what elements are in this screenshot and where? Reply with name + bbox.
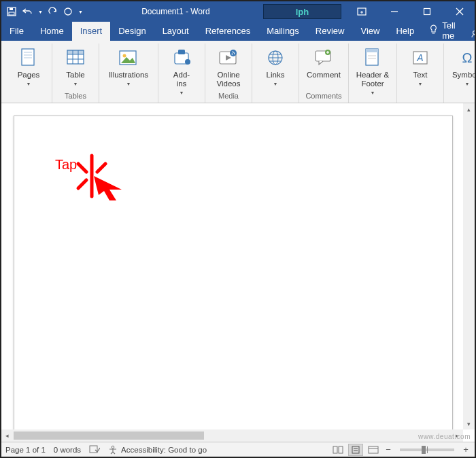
svg-rect-54 [352,446,359,453]
svg-line-47 [97,164,105,172]
undo-dropdown[interactable]: ▼ [38,10,43,14]
group-symbols: Ω Symbols▼ [444,43,476,103]
tab-review[interactable]: Review [307,22,353,41]
status-page[interactable]: Page 1 of 1 [5,446,46,454]
scroll-down-icon[interactable]: ▾ [463,418,475,429]
ribbon-tabs: File Home Insert Design Layout Reference… [1,22,475,41]
tab-file[interactable]: File [1,22,32,41]
redo-icon[interactable] [48,7,58,16]
text-button[interactable]: A Text▼ [401,43,439,89]
status-bar: Page 1 of 1 0 words Accessibility: Good … [1,442,475,457]
table-icon [65,47,86,69]
print-layout-button[interactable] [348,444,363,456]
tab-help[interactable]: Help [388,22,422,41]
window-title: Document1 - Word [88,7,263,16]
svg-text:A: A [416,52,423,63]
svg-rect-6 [424,9,430,15]
svg-point-3 [65,8,71,15]
svg-point-51 [112,446,114,448]
comment-button[interactable]: Comment [303,43,344,89]
header-footer-icon [362,47,384,69]
illustrations-button[interactable]: Illustrations▼ [103,43,154,89]
undo-icon[interactable] [22,7,33,16]
ribbon-display-options-icon[interactable] [347,1,377,22]
illustrations-icon [118,47,139,69]
share-button[interactable]: Share [462,29,476,41]
group-header-footer: Header & Footer▼ [349,43,397,103]
group-comments: Comment Comments [299,43,349,103]
document-page[interactable]: Tap [14,116,453,432]
horizontal-scrollbar[interactable]: ◂ ▸ [1,429,463,442]
title-right: lph [263,1,475,22]
svg-text:Ω: Ω [462,50,473,65]
group-addins: Add- ins▼ [158,43,205,103]
svg-rect-24 [178,50,185,54]
tab-layout[interactable]: Layout [154,22,197,41]
document-area: Tap ▴ ▾ ◂ ▸ [1,103,475,442]
symbols-button[interactable]: Ω Symbols▼ [448,43,476,89]
tell-me-label: Tell me [442,20,456,41]
svg-rect-39 [366,49,378,52]
scroll-left-icon[interactable]: ◂ [1,429,13,442]
accessibility-button[interactable]: Accessibility: Good to go [108,445,207,455]
group-media: Online Videos Media [205,43,252,103]
svg-point-22 [123,54,126,58]
qat-dropdown[interactable]: ▼ [78,10,83,14]
horizontal-scrollbar-thumb[interactable] [14,431,204,440]
ribbon-insert: Pages▼ Table▼ Tables Illustrations▼ Add-… [1,41,475,103]
svg-rect-53 [339,446,343,453]
group-label-media: Media [218,92,239,103]
zoom-out-button[interactable]: − [384,444,393,455]
web-layout-button[interactable] [366,444,381,456]
svg-point-28 [232,54,233,55]
vertical-scrollbar[interactable]: ▴ ▾ [463,103,475,429]
header-footer-button[interactable]: Header & Footer▼ [353,43,392,98]
group-label-comments: Comments [305,92,341,103]
addins-icon [171,47,192,69]
symbols-icon: Ω [456,47,476,69]
svg-rect-2 [10,8,13,10]
spellcheck-icon[interactable] [89,444,100,455]
online-videos-icon [218,47,239,69]
read-mode-button[interactable] [330,444,345,456]
tab-view[interactable]: View [352,22,388,41]
svg-rect-1 [9,12,14,15]
touch-mode-icon[interactable] [63,7,73,16]
svg-rect-11 [22,49,34,65]
group-text: A Text▼ [397,43,444,103]
links-icon [265,47,286,69]
svg-point-27 [230,50,237,56]
minimize-button[interactable] [379,1,409,22]
tab-references[interactable]: References [197,22,258,41]
addins-button[interactable]: Add- ins▼ [163,43,201,98]
zoom-in-button[interactable]: + [461,444,471,455]
close-button[interactable] [445,1,475,22]
tell-me-search[interactable]: Tell me [422,20,462,41]
table-button[interactable]: Table▼ [56,43,95,89]
group-tables: Table▼ Tables [52,43,99,103]
svg-line-48 [78,180,86,188]
svg-line-46 [78,164,86,172]
zoom-slider[interactable] [400,448,454,451]
scroll-right-icon[interactable]: ▸ [452,429,463,442]
scroll-up-icon[interactable]: ▴ [463,103,475,115]
comment-icon [313,47,335,69]
maximize-button[interactable] [412,1,442,22]
tab-insert[interactable]: Insert [72,22,111,41]
group-links: Links▼ [252,43,299,103]
online-videos-button[interactable]: Online Videos [209,43,248,89]
tab-mailings[interactable]: Mailings [258,22,307,41]
links-button[interactable]: Links▼ [256,43,294,89]
save-icon[interactable] [7,7,16,16]
status-words[interactable]: 0 words [54,446,81,454]
tab-home[interactable]: Home [32,22,72,41]
svg-point-25 [185,59,190,65]
user-account-badge[interactable]: lph [263,4,341,19]
pages-button[interactable]: Pages▼ [10,43,48,89]
svg-rect-52 [333,446,337,453]
svg-rect-57 [369,446,378,453]
title-bar: ▼ ▼ Document1 - Word lph [1,1,475,22]
text-icon: A [409,47,431,69]
accessibility-icon [108,445,118,455]
tab-design[interactable]: Design [110,22,154,41]
